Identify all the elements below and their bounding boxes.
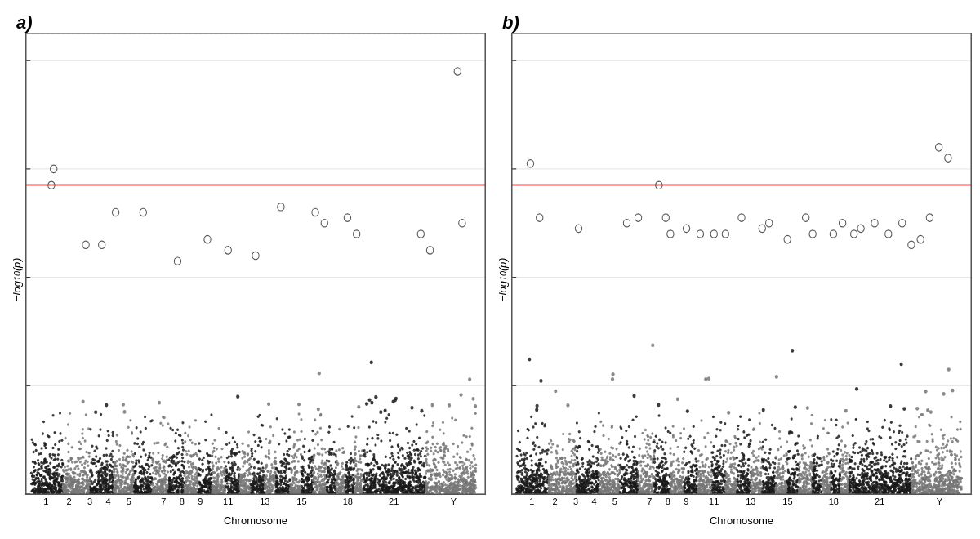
- svg-point-7151: [794, 475, 796, 479]
- svg-point-8132: [866, 473, 868, 476]
- svg-point-6424: [720, 444, 723, 448]
- svg-point-6643: [748, 418, 751, 421]
- svg-point-576: [64, 488, 66, 492]
- svg-point-1634: [185, 470, 188, 473]
- svg-point-930: [126, 468, 128, 471]
- svg-point-8646: [915, 485, 918, 488]
- svg-point-8720: [923, 470, 925, 474]
- svg-point-8770: [710, 230, 717, 238]
- svg-point-7098: [792, 468, 795, 471]
- svg-point-8748: [920, 485, 923, 488]
- svg-point-1840: [213, 439, 216, 442]
- svg-point-6295: [706, 485, 708, 488]
- svg-point-3248: [360, 454, 363, 457]
- svg-point-3900: [474, 412, 477, 415]
- svg-point-8133: [888, 459, 890, 462]
- svg-point-2649: [290, 471, 292, 474]
- svg-point-1290: [164, 443, 167, 446]
- svg-point-2995: [333, 479, 336, 482]
- svg-point-2285: [252, 483, 255, 486]
- svg-point-814: [96, 488, 98, 492]
- svg-point-7162: [787, 484, 790, 488]
- svg-point-1344: [155, 470, 158, 474]
- svg-point-2489: [288, 448, 291, 451]
- svg-point-5192: [587, 474, 590, 478]
- svg-point-193: [36, 480, 38, 483]
- svg-point-1627: [188, 476, 190, 479]
- svg-point-1100: [150, 464, 153, 467]
- svg-point-2490: [278, 443, 280, 446]
- svg-point-291: [38, 490, 40, 493]
- svg-point-6228: [702, 464, 704, 467]
- svg-point-2006: [231, 448, 234, 451]
- svg-point-6653: [747, 464, 750, 467]
- svg-point-5694: [651, 343, 654, 347]
- svg-point-6069: [693, 425, 695, 428]
- svg-point-7974: [898, 443, 901, 446]
- svg-point-4522: [545, 461, 547, 464]
- svg-point-2054: [231, 465, 234, 468]
- svg-point-2813: [319, 426, 322, 430]
- svg-point-6799: [751, 479, 753, 482]
- svg-point-3781: [375, 472, 377, 475]
- svg-point-1199: [136, 490, 139, 493]
- svg-point-494: [76, 473, 78, 476]
- svg-point-8237: [897, 480, 899, 483]
- svg-point-8126: [875, 483, 878, 486]
- svg-point-5767: [653, 461, 656, 465]
- svg-point-3265: [356, 488, 359, 492]
- svg-point-3807: [397, 456, 399, 459]
- svg-point-6431: [715, 474, 717, 478]
- svg-point-4577: [521, 473, 523, 476]
- svg-point-4718: [546, 473, 549, 476]
- svg-point-7164: [786, 481, 789, 484]
- svg-point-7120: [791, 417, 793, 421]
- svg-point-3169: [349, 469, 351, 472]
- svg-point-6383: [712, 416, 715, 419]
- svg-point-1062: [140, 456, 142, 459]
- svg-point-8499: [959, 470, 961, 473]
- svg-point-5540: [626, 440, 628, 443]
- svg-point-6009: [683, 467, 685, 470]
- svg-point-6750: [751, 474, 754, 478]
- svg-point-2994: [332, 474, 335, 477]
- svg-point-5547: [626, 469, 628, 472]
- svg-point-5212: [582, 482, 585, 485]
- svg-point-3829: [384, 485, 386, 488]
- svg-point-8149: [878, 485, 880, 488]
- svg-point-2011: [234, 472, 236, 475]
- svg-point-6559: [733, 486, 736, 489]
- svg-point-2581: [291, 461, 293, 464]
- svg-point-6683: [741, 489, 743, 492]
- svg-point-6726: [750, 466, 752, 469]
- svg-point-5748: [639, 480, 642, 483]
- svg-point-139: [55, 469, 57, 472]
- svg-point-1179: [140, 465, 143, 468]
- svg-point-2157: [248, 479, 251, 482]
- svg-point-6705: [759, 441, 761, 444]
- svg-point-2883: [323, 466, 326, 470]
- svg-point-6339: [710, 465, 713, 468]
- svg-point-8743: [938, 487, 940, 490]
- svg-point-3199: [354, 457, 356, 460]
- svg-point-5938: [682, 457, 684, 461]
- svg-point-3743: [405, 462, 408, 466]
- svg-point-2750: [302, 445, 305, 448]
- svg-point-8595: [940, 429, 942, 432]
- svg-point-7636: [841, 463, 844, 466]
- svg-point-3070: [337, 477, 340, 480]
- svg-point-7380: [815, 473, 817, 476]
- svg-point-971: [131, 431, 133, 434]
- svg-point-4179: [452, 470, 454, 473]
- svg-point-5714: [644, 438, 646, 441]
- svg-point-4093: [443, 454, 445, 457]
- svg-point-3803: [411, 470, 413, 474]
- svg-point-783: [107, 430, 109, 433]
- svg-point-1607: [190, 477, 193, 480]
- svg-point-925: [120, 474, 122, 478]
- svg-point-6329: [711, 451, 714, 454]
- svg-point-6076: [694, 457, 697, 461]
- svg-point-520: [67, 451, 69, 454]
- svg-point-2404: [265, 476, 267, 479]
- svg-point-7478: [826, 478, 828, 481]
